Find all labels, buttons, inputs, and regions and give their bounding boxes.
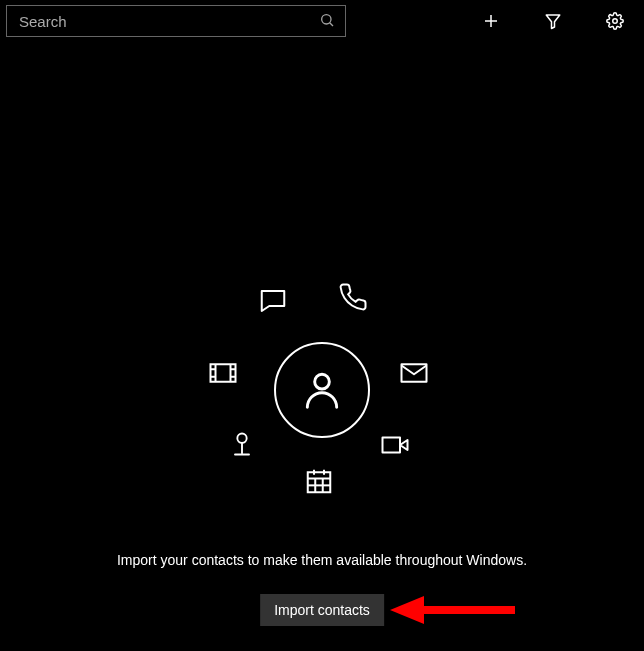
svg-point-17 (237, 434, 246, 443)
calendar-icon (304, 466, 334, 496)
svg-point-5 (613, 19, 618, 24)
import-contacts-button[interactable]: Import contacts (260, 594, 384, 626)
filter-button[interactable] (540, 8, 566, 34)
chat-icon (258, 286, 288, 316)
svg-rect-8 (383, 438, 401, 453)
svg-marker-4 (546, 15, 560, 29)
annotation-arrow (390, 590, 520, 633)
svg-marker-9 (400, 440, 408, 450)
film-icon (208, 358, 238, 388)
search-icon[interactable] (319, 12, 335, 31)
top-bar (0, 0, 644, 38)
svg-marker-28 (390, 596, 424, 624)
settings-button[interactable] (602, 8, 628, 34)
svg-point-6 (315, 374, 330, 389)
svg-rect-20 (211, 364, 236, 382)
video-icon (380, 430, 410, 460)
map-pin-icon (228, 430, 256, 458)
add-button[interactable] (478, 8, 504, 34)
person-circle (274, 342, 370, 438)
search-box[interactable] (6, 5, 346, 37)
mail-icon (399, 358, 429, 388)
plus-icon (482, 12, 500, 30)
empty-state-illustration (0, 260, 644, 520)
phone-icon (338, 282, 368, 312)
svg-rect-7 (402, 364, 427, 382)
empty-state-message: Import your contacts to make them availa… (0, 552, 644, 568)
gear-icon (606, 12, 624, 30)
svg-line-1 (330, 22, 333, 25)
search-input[interactable] (17, 12, 319, 31)
svg-rect-10 (308, 472, 331, 492)
svg-point-0 (322, 14, 331, 23)
person-icon (300, 367, 344, 414)
top-actions (478, 8, 638, 34)
filter-icon (544, 12, 562, 30)
